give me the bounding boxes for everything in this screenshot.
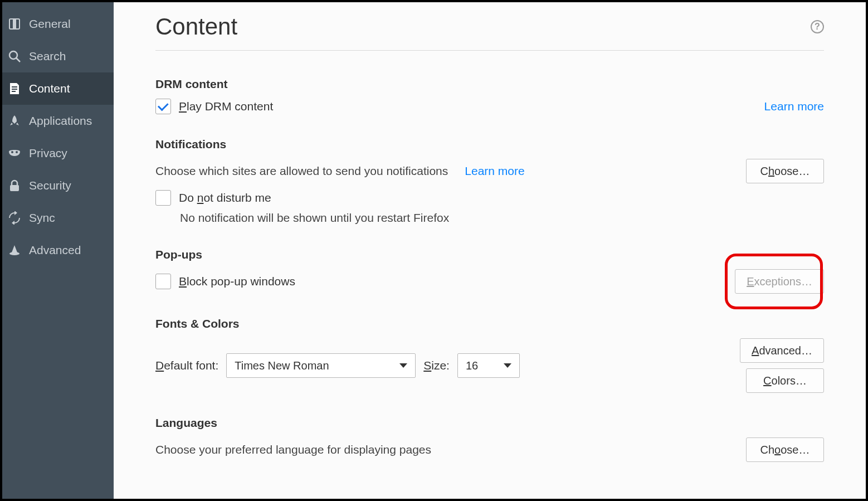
section-fonts-colors: Fonts & Colors Default font: Times New R… (155, 317, 824, 393)
sidebar-item-security[interactable]: Security (2, 169, 114, 202)
default-font-select[interactable]: Times New Roman (226, 353, 416, 378)
rocket-icon (8, 114, 21, 128)
svg-rect-6 (12, 91, 16, 92)
main-panel: Content ? DRM content Play DRM content L… (114, 2, 866, 499)
lock-icon (8, 179, 21, 192)
svg-rect-5 (12, 89, 17, 90)
sync-icon (8, 211, 21, 225)
svg-point-8 (16, 151, 18, 153)
svg-line-3 (16, 58, 20, 62)
popup-exceptions-button[interactable]: Exceptions… (735, 269, 824, 294)
sidebar-item-label: Search (29, 50, 66, 63)
font-size-label: Size: (423, 359, 450, 372)
sidebar-item-sync[interactable]: Sync (2, 202, 114, 234)
sidebar-item-label: Sync (29, 211, 55, 225)
block-popups-label: Block pop-up windows (179, 275, 295, 288)
notifications-learn-more-link[interactable]: Learn more (465, 164, 524, 178)
preferences-window: General Search Content Applications Priv… (0, 0, 868, 501)
sidebar-item-search[interactable]: Search (2, 40, 114, 72)
sidebar-item-label: Security (29, 179, 71, 192)
block-popups-checkbox[interactable] (155, 274, 171, 289)
do-not-disturb-label: Do not disturb me (179, 191, 271, 205)
section-heading: Notifications (155, 138, 824, 151)
colors-button[interactable]: Colors… (746, 368, 824, 393)
section-heading: Pop-ups (155, 248, 824, 261)
languages-choose-button[interactable]: Choose… (746, 437, 824, 462)
sidebar-item-applications[interactable]: Applications (2, 105, 114, 137)
do-not-disturb-checkbox[interactable] (155, 190, 171, 206)
svg-point-10 (9, 252, 19, 255)
svg-rect-1 (13, 19, 16, 29)
document-icon (8, 82, 21, 95)
mask-icon (8, 147, 21, 160)
page-title: Content (155, 13, 237, 40)
sidebar-item-label: Privacy (29, 147, 67, 160)
section-heading: Fonts & Colors (155, 317, 824, 330)
languages-desc: Choose your preferred language for displ… (155, 443, 431, 456)
general-icon (8, 17, 21, 31)
sidebar: General Search Content Applications Priv… (2, 2, 114, 499)
play-drm-checkbox[interactable] (155, 99, 171, 114)
wizard-hat-icon (8, 244, 21, 257)
fonts-advanced-button[interactable]: Advanced… (740, 338, 824, 363)
notifications-desc: Choose which sites are allowed to send y… (155, 164, 448, 178)
sidebar-item-label: General (29, 17, 71, 31)
sidebar-item-label: Applications (29, 114, 92, 128)
search-icon (8, 50, 21, 63)
section-languages: Languages Choose your preferred language… (155, 416, 824, 462)
svg-point-7 (11, 151, 13, 153)
section-popups: Pop-ups Block pop-up windows Exceptions… (155, 248, 824, 294)
exceptions-wrap: Exceptions… (735, 269, 824, 294)
divider (155, 50, 824, 51)
sidebar-item-content[interactable]: Content (2, 72, 114, 105)
drm-learn-more-link[interactable]: Learn more (764, 100, 824, 113)
notifications-choose-button[interactable]: Choose… (746, 159, 824, 183)
sidebar-item-label: Content (29, 82, 70, 95)
font-size-select[interactable]: 16 (457, 353, 520, 378)
help-button[interactable]: ? (811, 20, 824, 33)
sidebar-item-general[interactable]: General (2, 8, 114, 40)
svg-rect-9 (10, 185, 19, 191)
sidebar-item-advanced[interactable]: Advanced (2, 234, 114, 266)
section-notifications: Notifications Choose which sites are all… (155, 138, 824, 225)
section-drm: DRM content Play DRM content Learn more (155, 77, 824, 114)
section-heading: DRM content (155, 77, 824, 91)
svg-point-2 (9, 51, 17, 59)
sidebar-item-label: Advanced (29, 244, 81, 257)
play-drm-label: Play DRM content (179, 100, 273, 113)
sidebar-item-privacy[interactable]: Privacy (2, 137, 114, 169)
svg-rect-4 (12, 86, 17, 87)
do-not-disturb-subtext: No notification will be shown until you … (180, 211, 824, 225)
section-heading: Languages (155, 416, 824, 430)
default-font-label: Default font: (155, 359, 218, 372)
